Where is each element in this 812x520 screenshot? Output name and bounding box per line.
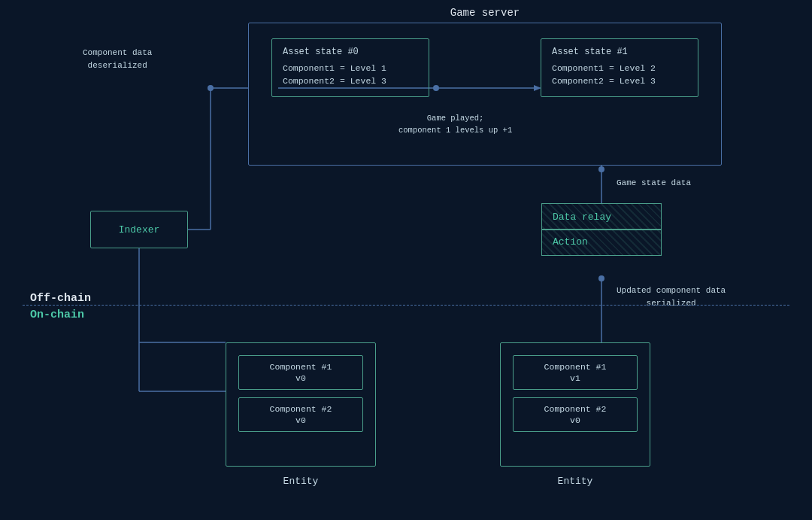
entity-right-label: Entity <box>558 476 593 487</box>
svg-point-3 <box>598 166 604 172</box>
asset-state-1-line2: Component2 = Level 3 <box>552 76 687 86</box>
separator-line <box>23 305 789 306</box>
entity-left-comp2-version: v0 <box>248 415 353 425</box>
asset-state-1-box: Asset state #1 Component1 = Level 2 Comp… <box>541 38 698 97</box>
asset-state-1-line1: Component1 = Level 2 <box>552 63 687 73</box>
game-server-label: Game server <box>450 7 520 19</box>
updated-component-data-label: Updated component dataserialized <box>617 284 726 309</box>
data-relay-box: Data relay Action <box>541 203 662 256</box>
asset-state-0-box: Asset state #0 Component1 = Level 1 Comp… <box>271 38 429 97</box>
indexer-box: Indexer <box>90 211 188 248</box>
asset-state-1-title: Asset state #1 <box>552 47 687 57</box>
entity-left-comp1-title: Component #1 <box>248 362 353 372</box>
asset-state-0-title: Asset state #0 <box>283 47 418 57</box>
data-relay-label: Data relay <box>542 204 661 229</box>
entity-right-box: Component #1 v1 Component #2 v0 Entity <box>500 342 650 467</box>
entity-left-component-1: Component #1 v0 <box>238 355 363 390</box>
asset-state-0-line1: Component1 = Level 1 <box>283 63 418 73</box>
game-server-box: Game server Asset state #0 Component1 = … <box>248 23 722 166</box>
data-relay-inner: Data relay Action <box>541 203 662 256</box>
entity-right-comp1-version: v1 <box>523 373 628 383</box>
svg-point-5 <box>598 275 604 281</box>
asset-state-0-line2: Component2 = Level 3 <box>283 76 418 86</box>
onchain-label: On-chain <box>30 309 84 321</box>
diagram-container: Game server Asset state #0 Component1 = … <box>0 0 812 520</box>
entity-left-label: Entity <box>283 476 319 487</box>
indexer-label: Indexer <box>119 224 160 236</box>
offchain-label: Off-chain <box>30 292 91 305</box>
entity-left-comp2-title: Component #2 <box>248 404 353 414</box>
component-data-deserialized-label: Component datadeserialized <box>83 47 152 71</box>
game-state-data-label: Game state data <box>617 177 691 190</box>
svg-point-12 <box>208 85 214 91</box>
entity-right-comp2-title: Component #2 <box>523 404 628 414</box>
entity-right-component-2: Component #2 v0 <box>513 397 638 432</box>
action-label: Action <box>542 230 661 255</box>
entity-right-component-1: Component #1 v1 <box>513 355 638 390</box>
entity-left-component-2: Component #2 v0 <box>238 397 363 432</box>
entity-left-box: Component #1 v0 Component #2 v0 Entity <box>226 342 376 467</box>
entity-left-comp1-version: v0 <box>248 373 353 383</box>
entity-right-comp2-version: v0 <box>523 415 628 425</box>
entity-right-comp1-title: Component #1 <box>523 362 628 372</box>
game-played-label: Game played;component 1 levels up +1 <box>398 113 512 137</box>
